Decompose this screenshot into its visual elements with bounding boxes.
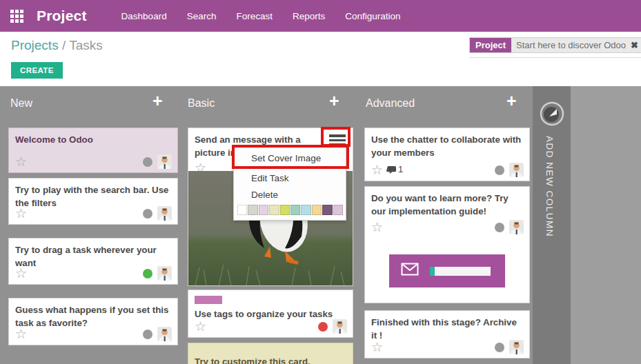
progress-bar <box>430 267 491 276</box>
task-card-use-tags[interactable]: Use tags to organize your tasks ☆ <box>188 290 353 338</box>
assignee-avatar[interactable] <box>157 206 172 221</box>
card-title: Welcome to Odoo <box>15 134 171 147</box>
column-title-advanced: Advanced <box>366 97 415 110</box>
assignee-avatar[interactable] <box>509 340 524 354</box>
apps-grid-icon[interactable] <box>10 10 23 23</box>
color-swatch[interactable] <box>322 205 332 215</box>
kanban-state-dot[interactable] <box>143 209 152 219</box>
facet-remove-icon[interactable]: ✖ <box>631 40 638 52</box>
favorite-star-icon[interactable]: ☆ <box>15 327 27 341</box>
message-counter[interactable]: 1 <box>386 163 403 176</box>
color-swatch[interactable] <box>280 205 290 215</box>
email-progress-banner[interactable] <box>389 254 505 287</box>
breadcrumb: Projects / Tasks <box>11 38 103 53</box>
menu-item-delete[interactable]: Delete <box>234 187 346 203</box>
favorite-star-icon[interactable]: ☆ <box>371 341 383 354</box>
favorite-star-icon[interactable]: ☆ <box>195 320 206 333</box>
assignee-avatar[interactable] <box>509 220 524 234</box>
task-card-search-bar[interactable]: Try to play with the search bar. Use the… <box>8 178 178 225</box>
favorite-star-icon[interactable]: ☆ <box>371 163 383 176</box>
quick-add-icon-basic[interactable]: + <box>329 91 339 111</box>
card-context-menu: Set Cover Image Edit Task Delete <box>233 146 346 221</box>
breadcrumb-projects-link[interactable]: Projects <box>11 38 59 52</box>
favorite-star-icon[interactable]: ☆ <box>15 155 27 168</box>
kanban-state-dot[interactable] <box>143 330 152 339</box>
assignee-avatar[interactable] <box>509 163 524 177</box>
color-swatch[interactable] <box>269 205 279 215</box>
favorite-star-icon[interactable]: ☆ <box>15 267 27 280</box>
nav-item-dashboard[interactable]: Dashboard <box>121 11 167 21</box>
task-card-customize[interactable]: Try to customize this card. <box>188 343 353 364</box>
search-bar[interactable]: Project Start here to discover Odoo ✖ S <box>469 37 641 58</box>
nav-item-forecast[interactable]: Forecast <box>236 11 273 21</box>
kanban-state-dot[interactable] <box>495 165 504 175</box>
task-card-drag-task[interactable]: Try to drag a task wherever your want ☆ <box>8 238 178 285</box>
add-new-column-strip[interactable]: ADD NEW COLUMN <box>533 86 571 364</box>
color-swatch[interactable] <box>248 205 257 215</box>
color-swatch[interactable] <box>301 205 310 215</box>
task-card-implementation-guide[interactable]: Do you want to learn more? Try our imple… <box>364 186 530 303</box>
facet-category-label: Project <box>470 38 511 52</box>
task-card-welcome[interactable]: Welcome to Odoo ☆ <box>8 128 178 173</box>
column-title-new: New <box>10 97 32 110</box>
assignee-avatar[interactable] <box>157 154 172 169</box>
facet-value: Start here to discover Odoo ✖ <box>511 38 641 52</box>
card-title: Use the chatter to collaborate with your… <box>371 134 523 160</box>
message-count: 1 <box>398 163 403 176</box>
kanban-state-dot[interactable] <box>495 223 504 232</box>
card-title: Try to customize this card. <box>195 356 346 364</box>
task-tag[interactable] <box>195 296 222 304</box>
menu-item-set-cover-image[interactable]: Set Cover Image <box>234 147 346 169</box>
menu-item-edit-task[interactable]: Edit Task <box>234 169 346 187</box>
control-panel: Projects / Tasks CREATE Project Start he… <box>0 32 641 86</box>
kanban-state-dot[interactable] <box>495 343 504 352</box>
color-swatch[interactable] <box>259 205 268 215</box>
navbar-menu: Dashboard Search Forecast Reports Config… <box>121 11 401 21</box>
kanban-state-dot-green[interactable] <box>143 269 152 279</box>
add-column-label: ADD NEW COLUMN <box>544 136 555 237</box>
assignee-avatar[interactable] <box>333 319 347 334</box>
board-empty-area <box>571 86 641 364</box>
task-card-archive[interactable]: Finished with this stage? Archive it ! ☆ <box>364 310 530 358</box>
task-card-chatter[interactable]: Use the chatter to collaborate with your… <box>364 128 530 181</box>
progress-bar-fill <box>430 267 435 276</box>
create-button[interactable]: CREATE <box>11 62 63 79</box>
kanban-state-dot-red[interactable] <box>318 322 328 332</box>
kanban-state-dot[interactable] <box>143 157 152 167</box>
color-swatch[interactable] <box>237 205 247 215</box>
add-column-icon[interactable] <box>540 101 564 129</box>
top-navbar: Project Dashboard Search Forecast Report… <box>0 0 641 32</box>
quick-add-icon-advanced[interactable]: + <box>506 91 517 111</box>
breadcrumb-separator: / <box>62 38 66 52</box>
quick-add-icon-new[interactable]: + <box>152 91 163 111</box>
color-palette <box>234 203 346 220</box>
facet-value-text: Start here to discover Odoo <box>516 40 626 52</box>
search-facet: Project Start here to discover Odoo ✖ <box>469 37 641 53</box>
assignee-avatar[interactable] <box>157 327 172 341</box>
column-title-basic: Basic <box>188 97 215 110</box>
kanban-board: ADD NEW COLUMN New + Basic + Advanced + … <box>0 86 641 364</box>
nav-item-configuration[interactable]: Configuration <box>345 11 400 21</box>
app-title: Project <box>37 8 87 24</box>
favorite-star-icon[interactable]: ☆ <box>15 207 27 220</box>
envelope-icon <box>401 263 419 280</box>
nav-item-search[interactable]: Search <box>187 11 217 21</box>
color-swatch[interactable] <box>333 205 343 215</box>
odoo-project-kanban-screen: Project Dashboard Search Forecast Report… <box>0 0 641 364</box>
card-title: Finished with this stage? Archive it ! <box>371 316 523 343</box>
message-bubble-icon <box>386 165 397 174</box>
card-title: Do you want to learn more? Try our imple… <box>371 192 523 219</box>
color-swatch[interactable] <box>290 205 300 215</box>
task-card-favorite[interactable]: Guess what happens if you set this task … <box>8 298 178 345</box>
favorite-star-icon[interactable]: ☆ <box>371 221 383 234</box>
nav-item-reports[interactable]: Reports <box>293 11 325 21</box>
breadcrumb-current: Tasks <box>69 38 103 52</box>
assignee-avatar[interactable] <box>157 266 172 281</box>
color-swatch[interactable] <box>312 205 322 215</box>
